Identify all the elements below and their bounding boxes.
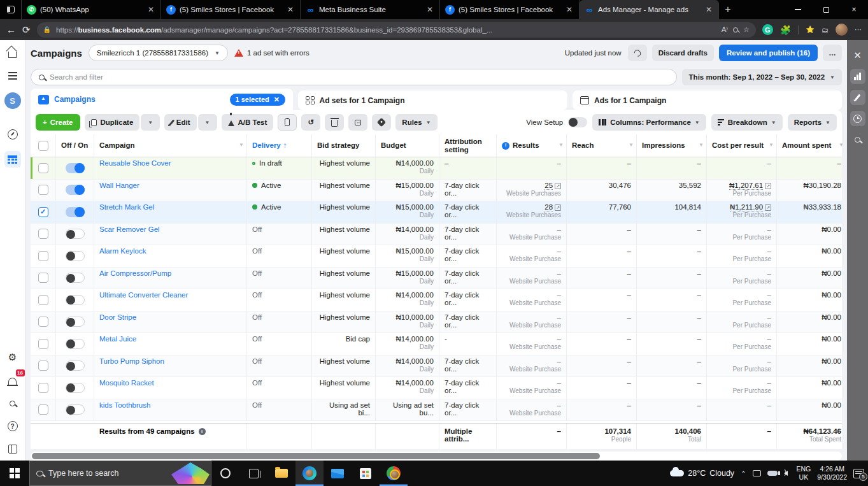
help-icon[interactable]: ? [6, 420, 19, 432]
clock-widget[interactable]: 4:26 AM9/30/2022 [817, 465, 847, 482]
date-range-selector[interactable]: This month: Sep 1, 2022 – Sep 30, 2022 ▼ [682, 69, 842, 85]
close-window-button[interactable]: × [840, 0, 868, 19]
settings-gear-icon[interactable]: ⚙ [6, 351, 19, 364]
browser-tab[interactable]: f(5) Smiles Stores | Facebook✕ [440, 0, 580, 19]
campaign-toggle[interactable] [56, 201, 94, 223]
favorite-star-icon[interactable]: ☆ [743, 25, 750, 34]
duplicate-dropdown-button[interactable]: ▼ [141, 114, 160, 131]
delete-button[interactable] [325, 114, 344, 131]
minimize-button[interactable] [784, 0, 812, 19]
zoom-search-icon[interactable] [850, 132, 865, 147]
undo-button[interactable]: ↺ [301, 114, 320, 131]
tab-campaigns[interactable]: Campaigns 1 selected✕ [31, 89, 293, 110]
duplicate-button[interactable]: Duplicate [85, 114, 140, 131]
campaign-link[interactable]: Door Stripe [99, 313, 241, 321]
tab-actions-button[interactable] [0, 0, 22, 19]
search-in-page-icon[interactable] [733, 27, 738, 32]
campaign-link[interactable]: Scar Remover Gel [99, 225, 241, 233]
reports-button[interactable]: Reports▼ [788, 114, 837, 131]
row-checkbox[interactable]: ✓ [31, 201, 56, 223]
column-header-results[interactable]: iResults▼ [497, 134, 567, 157]
create-button[interactable]: +Create [36, 114, 80, 131]
view-setup-toggle[interactable] [568, 117, 587, 127]
taskbar-search-input[interactable]: Type here to search [29, 461, 211, 486]
file-explorer-button[interactable] [267, 461, 295, 486]
breakdown-button[interactable]: Breakdown▼ [711, 114, 783, 131]
collections-icon[interactable]: 🗂 [822, 26, 829, 34]
campaign-toggle[interactable] [56, 399, 94, 421]
campaign-link[interactable]: Reusable Shoe Cover [99, 159, 241, 167]
tag-button[interactable] [372, 114, 391, 131]
error-notice[interactable]: 1 ad set with errors [234, 49, 309, 57]
favorites-bar-icon[interactable]: ⭐ [806, 25, 815, 34]
browser-tab[interactable]: f(5) Smiles Stores | Facebook✕ [161, 0, 301, 19]
campaign-toggle[interactable] [56, 157, 94, 179]
close-tab-icon[interactable]: ✕ [565, 5, 574, 14]
horizontal-scrollbar[interactable] [31, 452, 842, 461]
campaign-link[interactable]: kids Toothbrush [99, 401, 241, 409]
menu-icon[interactable] [6, 69, 19, 82]
close-tab-icon[interactable]: ✕ [425, 5, 434, 14]
column-header-spent[interactable]: Amount spent▼ [777, 134, 847, 157]
results-cell[interactable]: 25↗Website Purchases [497, 180, 567, 201]
back-button[interactable]: ← [6, 24, 16, 35]
browser-tab[interactable]: ∞Meta Business Suite✕ [301, 0, 440, 19]
onedrive-icon[interactable] [767, 471, 778, 476]
read-aloud-icon[interactable]: A⁾ [722, 25, 728, 34]
column-header-budget[interactable]: Budget [376, 134, 439, 157]
extensions-icon[interactable]: 🧩 [780, 25, 791, 35]
refresh-data-button[interactable] [628, 45, 647, 61]
row-checkbox[interactable] [31, 399, 56, 421]
campaign-toggle[interactable] [56, 311, 94, 333]
browser-profile-avatar[interactable] [836, 24, 848, 36]
column-header-campaign[interactable]: Campaign▼ [94, 134, 247, 157]
ads-manager-icon[interactable] [6, 128, 19, 141]
browser-tab[interactable]: ✆(50) WhatsApp✕ [22, 0, 161, 19]
tab-adsets[interactable]: Ad sets for 1 Campaign [298, 90, 567, 110]
history-clock-icon[interactable] [850, 111, 865, 126]
campaign-link[interactable]: Turbo Pump Siphon [99, 357, 241, 365]
campaign-link[interactable]: Metal Juice [99, 335, 241, 343]
cast-icon[interactable] [753, 470, 761, 476]
tab-ads[interactable]: Ads for 1 Campaign [573, 90, 842, 110]
campaign-link[interactable]: Mosquito Racket [99, 379, 241, 387]
row-checkbox[interactable] [31, 180, 56, 201]
review-publish-button[interactable]: Review and publish (16) [719, 45, 818, 61]
column-header-attribution[interactable]: Attribution setting [439, 134, 497, 157]
search-highlight-art[interactable] [171, 462, 210, 484]
mail-button[interactable] [324, 461, 352, 486]
business-avatar[interactable]: S [4, 92, 21, 109]
search-icon[interactable] [6, 397, 19, 410]
browser-menu-icon[interactable]: ⋯ [855, 25, 862, 34]
columns-button[interactable]: Columns: Performance▼ [592, 114, 706, 131]
refresh-button[interactable]: ⟳ [22, 24, 31, 36]
close-tab-icon[interactable]: ✕ [146, 5, 155, 14]
row-checkbox[interactable] [31, 245, 56, 267]
campaign-toggle[interactable] [56, 289, 94, 311]
chrome-button[interactable] [380, 461, 408, 486]
header-more-button[interactable]: … [823, 45, 842, 61]
cortana-button[interactable] [211, 461, 239, 486]
push-changes-button[interactable] [348, 114, 367, 131]
campaign-toggle[interactable] [56, 268, 94, 289]
campaign-toggle[interactable] [56, 224, 94, 245]
campaign-toggle[interactable] [56, 355, 94, 377]
campaign-toggle[interactable] [56, 180, 94, 201]
language-indicator[interactable]: ENGUK [797, 465, 811, 482]
select-all-checkbox[interactable] [31, 134, 56, 157]
clear-selection-icon[interactable]: ✕ [274, 96, 280, 104]
cost-per-result-cell[interactable]: ₦1,211.90↗Per Purchase [707, 201, 777, 223]
scrollbar-thumb[interactable] [32, 453, 600, 459]
new-tab-button[interactable]: + [719, 0, 737, 19]
campaign-link[interactable]: Alarm Keylock [99, 247, 241, 255]
notifications-bell-icon[interactable]: 16 [6, 374, 19, 387]
search-filter-input[interactable]: Search and filter [31, 69, 677, 85]
campaign-link[interactable]: Ultimate Converter Cleaner [99, 291, 241, 299]
campaign-link[interactable]: Stretch Mark Gel [99, 203, 241, 211]
campaign-toggle[interactable] [56, 377, 94, 399]
tray-expand-icon[interactable]: ⌃ [741, 470, 746, 477]
browser-tab[interactable]: ∞Ads Manager - Manage ads✕ [580, 0, 719, 19]
column-header-impressions[interactable]: Impressions▼ [637, 134, 707, 157]
collapse-panel-icon[interactable] [6, 443, 19, 455]
grammarly-icon[interactable]: G [762, 24, 773, 35]
